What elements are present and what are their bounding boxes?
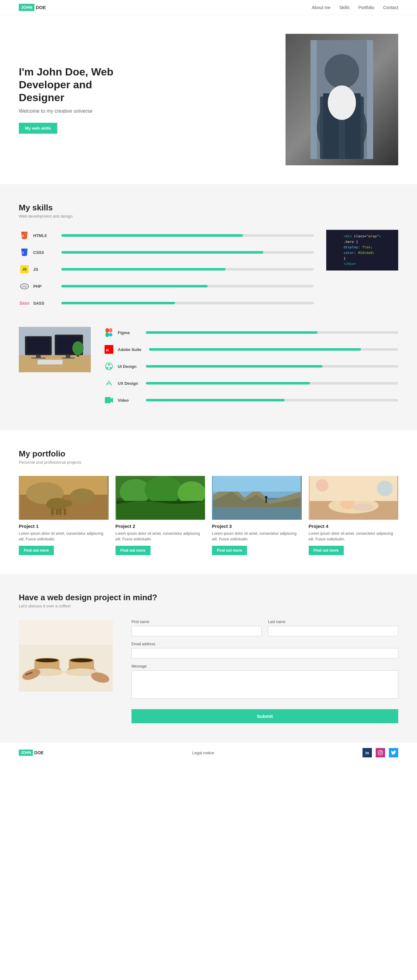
twitter-icon[interactable]	[389, 748, 398, 757]
email-input[interactable]	[132, 648, 398, 659]
project-3-cta[interactable]: Find out more	[212, 546, 247, 555]
skill-js-bar-bg	[61, 268, 314, 270]
skill-ux-label: UX Design	[118, 381, 143, 386]
skill-ui: UI Design	[103, 361, 398, 372]
svg-point-70	[352, 503, 374, 511]
skills-bottom: Figma Ai Adobe Suite	[19, 327, 398, 411]
svg-point-91	[381, 751, 382, 752]
skill-css3-label: CSS3	[33, 250, 58, 255]
hero-subheading: Welcome to my creative universe	[19, 108, 138, 114]
svg-rect-47	[51, 509, 54, 515]
skill-ui-bar-fill	[146, 365, 323, 368]
nav-links: About me Skills Portfolio Contact	[312, 5, 398, 10]
svg-rect-18	[27, 338, 50, 353]
svg-point-79	[36, 659, 58, 662]
project-4-image	[309, 476, 398, 520]
js-icon: JS	[19, 264, 30, 275]
instagram-icon[interactable]	[376, 748, 385, 757]
hero-image	[285, 34, 398, 165]
project-2-cta[interactable]: Find out more	[116, 546, 151, 555]
css3-icon: 3	[19, 247, 30, 258]
skills-top: 5 HTML5 3 CSS3	[19, 230, 398, 314]
svg-rect-64	[266, 498, 267, 503]
skills-section: My skills Web development and design 5 H…	[0, 184, 417, 430]
logo[interactable]: JOHN DOE	[19, 4, 46, 11]
skill-sass-bar-fill	[61, 302, 175, 304]
nav-skills[interactable]: Skills	[339, 5, 350, 10]
project-2-image	[116, 476, 205, 520]
project-4-cta[interactable]: Find out more	[309, 546, 344, 555]
nav-about[interactable]: About me	[312, 5, 331, 10]
svg-point-45	[70, 488, 95, 504]
skill-figma-bar-bg	[146, 331, 398, 334]
hero-cta-button[interactable]: My web skills	[19, 123, 57, 134]
skill-video-label: Video	[118, 398, 143, 402]
project-card-2: Project 2 Lorem ipsum dolor sit amet, co…	[116, 476, 205, 555]
skill-html5-bar-bg	[61, 234, 314, 237]
svg-rect-62	[213, 476, 301, 492]
project-4-desc: Lorem ipsum dolor sit amet, consectetur …	[309, 531, 398, 542]
code-editor-image: <div class="wrap"> .hero { display: flex…	[326, 230, 398, 270]
svg-rect-50	[64, 509, 66, 515]
skill-php: php PHP	[19, 280, 314, 292]
skill-css3: 3 CSS3	[19, 247, 314, 258]
nav-contact[interactable]: Contact	[383, 5, 398, 10]
footer-legal[interactable]: Legal notice	[192, 751, 214, 755]
submit-button[interactable]: Submit	[132, 709, 398, 723]
svg-point-72	[316, 479, 328, 492]
message-textarea[interactable]	[132, 670, 398, 698]
last-name-input[interactable]	[268, 626, 398, 636]
project-4-title: Project 4	[309, 523, 398, 529]
skill-css3-bar-bg	[61, 251, 314, 254]
form-message-row: Message	[132, 664, 398, 698]
logo-last: DOE	[36, 5, 46, 10]
footer-logo-last: DOE	[34, 750, 43, 755]
svg-rect-48	[56, 509, 58, 515]
html5-icon: 5	[19, 230, 30, 241]
first-name-input[interactable]	[132, 626, 262, 636]
svg-point-51	[65, 500, 72, 507]
svg-rect-49	[59, 509, 61, 515]
project-3-desc: Lorem ipsum dolor sit amet, consectetur …	[212, 531, 302, 542]
form-name-row: First name Last name	[132, 620, 398, 636]
hero-text: I'm John Doe, Web Developer and Designer…	[19, 65, 138, 134]
last-name-label: Last name	[268, 620, 398, 624]
coding-skills-bars: 5 HTML5 3 CSS3	[19, 230, 314, 314]
svg-rect-27	[38, 360, 63, 364]
svg-text:Ai: Ai	[106, 348, 109, 352]
skill-php-bar-fill	[61, 285, 208, 288]
project-1-desc: Lorem ipsum dolor sit amet, consectetur …	[19, 531, 109, 542]
svg-point-73	[377, 480, 393, 496]
project-card-1: Project 1 Lorem ipsum dolor sit amet, co…	[19, 476, 109, 555]
figma-icon	[103, 327, 115, 338]
project-card-4: Project 4 Lorem ipsum dolor sit amet, co…	[309, 476, 398, 555]
skills-subtitle: Web development and design	[19, 214, 398, 218]
svg-rect-24	[62, 358, 75, 358]
project-1-image	[19, 476, 109, 520]
svg-point-37	[107, 367, 108, 369]
linkedin-icon[interactable]: in	[363, 748, 372, 757]
logo-first: JOHN	[19, 4, 35, 11]
svg-rect-89	[378, 751, 382, 755]
footer-logo-first: JOHN	[19, 749, 33, 756]
contact-image	[19, 620, 113, 692]
first-name-group: First name	[132, 620, 262, 636]
hero-heading: I'm John Doe, Web Developer and Designer	[19, 65, 138, 103]
nav-portfolio[interactable]: Portfolio	[358, 5, 374, 10]
svg-rect-29	[109, 328, 112, 332]
contact-subtitle: Let's discuss it over a coffee!	[19, 604, 398, 608]
skill-sass-label: SASS	[33, 301, 58, 305]
svg-point-84	[70, 659, 93, 662]
project-1-cta[interactable]: Find out more	[19, 546, 54, 555]
video-icon	[103, 395, 115, 406]
navbar: JOHN DOE About me Skills Portfolio Conta…	[0, 0, 417, 15]
skill-sass: Sass SASS	[19, 298, 314, 309]
svg-text:3: 3	[22, 251, 24, 255]
contact-title: Have a web design project in mind?	[19, 593, 398, 602]
skill-adobe-bar-bg	[149, 348, 398, 351]
svg-point-55	[145, 476, 182, 504]
footer-logo[interactable]: JOHN DOE	[19, 749, 44, 756]
project-3-image	[212, 476, 302, 520]
skill-adobe: Ai Adobe Suite	[103, 344, 398, 355]
sass-icon: Sass	[19, 298, 30, 309]
